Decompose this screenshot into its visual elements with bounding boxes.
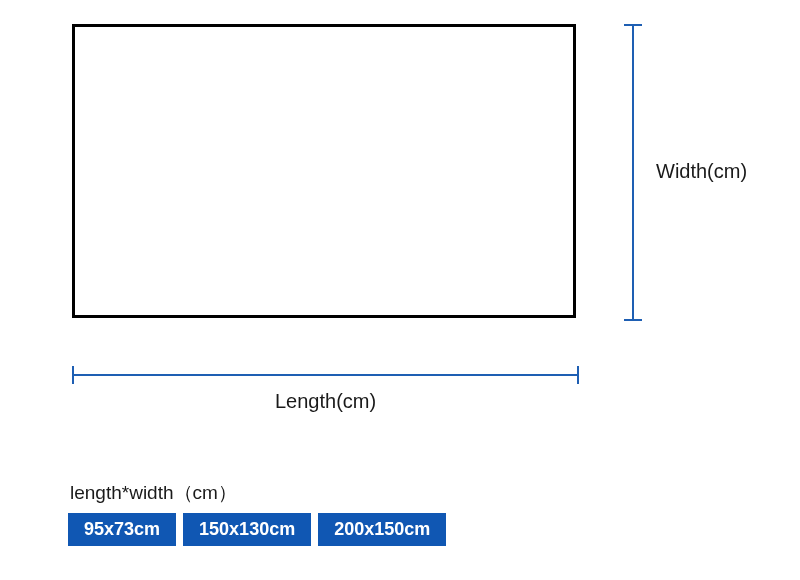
- size-options-container: 95x73cm 150x130cm 200x150cm: [68, 513, 446, 546]
- size-header-label: length*width（cm）: [70, 480, 237, 506]
- width-label: Width(cm): [656, 160, 747, 183]
- dimension-rectangle: [72, 24, 576, 318]
- size-option-3: 200x150cm: [318, 513, 446, 546]
- dimension-diagram: Width(cm) Length(cm) length*width（cm） 95…: [0, 0, 800, 580]
- width-dimension-line: [632, 24, 634, 321]
- length-dimension-line: [72, 374, 579, 376]
- size-option-2: 150x130cm: [183, 513, 311, 546]
- size-option-1: 95x73cm: [68, 513, 176, 546]
- length-label: Length(cm): [275, 390, 376, 413]
